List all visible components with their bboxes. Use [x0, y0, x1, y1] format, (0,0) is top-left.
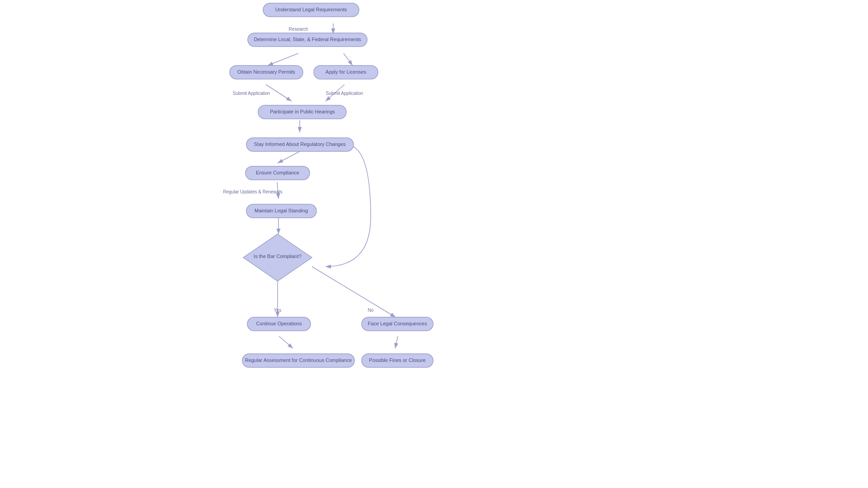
node-fines-closure-label: Possible Fines or Closure [369, 357, 425, 363]
node-regular-assessment-label: Regular Assessment for Continuous Compli… [245, 357, 352, 363]
edge-label-no: No [368, 308, 374, 313]
edge-loop [326, 145, 371, 267]
edge-label-submit-right: Submit Application [326, 91, 363, 96]
node-understand-legal-label: Understand Legal Requirements [275, 7, 347, 12]
edge-label-yes: Yes [274, 308, 281, 313]
node-ensure-compliance-label: Ensure Compliance [256, 170, 299, 175]
node-legal-consequences-label: Face Legal Consequences [368, 321, 427, 326]
edge-n9-n11 [312, 267, 396, 317]
node-public-hearings-label: Participate in Public Hearings [270, 109, 335, 114]
node-obtain-permits-label: Obtain Necessary Permits [237, 69, 295, 75]
edge-n11-n13 [395, 336, 398, 348]
edge-n10-n12 [279, 336, 293, 348]
edge-label-submit-left: Submit Application [233, 91, 270, 96]
edge-n2-n3 [268, 53, 298, 66]
node-apply-licenses-label: Apply for Licenses [326, 69, 366, 75]
edge-n6-n7 [278, 151, 300, 163]
edge-n2-n4 [344, 53, 353, 66]
node-maintain-standing-label: Maintain Legal Standing [255, 208, 308, 213]
edge-label-research: Research [289, 27, 308, 32]
edge-label-updates: Regular Updates & Renewals [223, 189, 282, 194]
flowchart-container: Research Submit Application Submit Appli… [0, 0, 868, 488]
node-determine-requirements-label: Determine Local, State, & Federal Requir… [254, 37, 361, 42]
node-compliance-diamond-label: Is the Bar Compliant? [254, 253, 302, 259]
node-continue-ops-label: Continue Operations [256, 321, 302, 326]
node-stay-informed-label: Stay Informed About Regulatory Changes [254, 141, 346, 147]
